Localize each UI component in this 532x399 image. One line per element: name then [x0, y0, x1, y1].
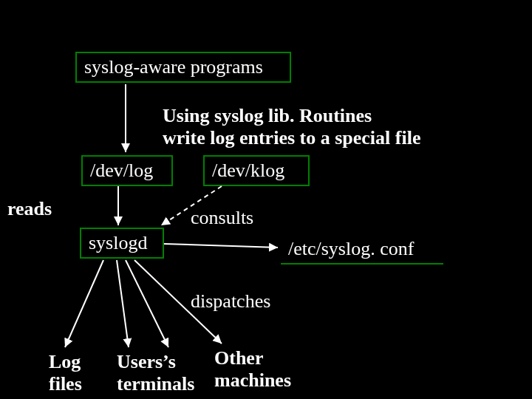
label-log-files-line2: files	[49, 373, 82, 395]
label-users-terminals-line1: Users’s	[117, 351, 176, 373]
arrow-syslogd-to-conf	[164, 244, 278, 248]
label-other-machines-line2: machines	[214, 369, 291, 392]
label-other-machines-line1: Other	[214, 347, 263, 369]
box-syslogd: syslogd	[80, 228, 164, 259]
box-dev-log: /dev/log	[81, 155, 173, 186]
label-log-files-line1: Log	[49, 351, 81, 373]
box-syslog-aware-programs: syslog-aware programs	[75, 52, 291, 83]
arrow-syslogd-to-logfiles	[65, 260, 103, 347]
label-users-terminals-line2: terminals	[117, 373, 194, 395]
arrow-syslogd-to-terminals	[117, 260, 129, 347]
label-reads: reads	[7, 198, 52, 220]
box-dev-klog: /dev/klog	[203, 155, 310, 186]
box-etc-syslog-conf: /etc/syslog. conf	[281, 235, 443, 265]
label-using-syslog-lib-line1: Using syslog lib. Routines	[163, 105, 372, 127]
label-dispatches: dispatches	[191, 290, 270, 313]
label-using-syslog-lib-line2: write log entries to a special file	[163, 127, 420, 149]
arrow-syslogd-fanout-extra	[126, 260, 168, 347]
label-consults: consults	[191, 207, 253, 229]
